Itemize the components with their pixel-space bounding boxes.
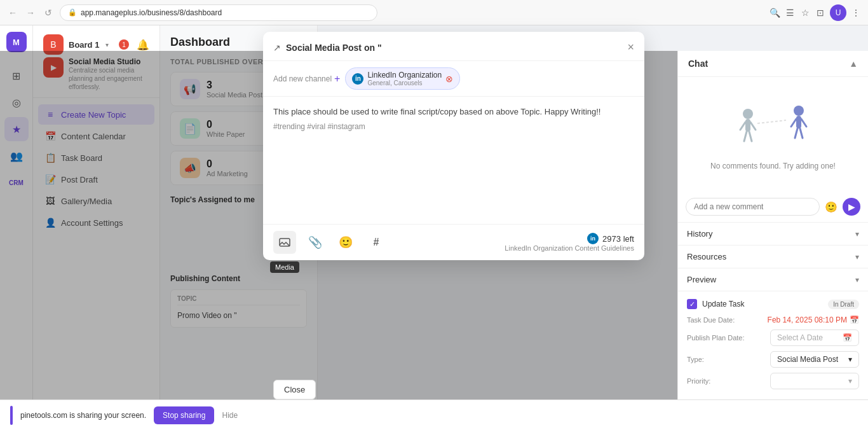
modal-footer: Media 📎 🙂 # in 2973 left LinkedIn Organi… (263, 224, 644, 260)
svg-line-13 (757, 120, 786, 123)
due-date-label: Task Due Date: (687, 316, 735, 324)
brand-icon[interactable]: M (6, 32, 27, 52)
app-layout: M ⊞ ◎ ★ 👥 CRM B Board 1 ▾ 1 🔔 ▶ Social M… (0, 25, 868, 430)
forward-button[interactable]: → (24, 6, 37, 19)
content-guidelines-label: LinkedIn Organization Content Guidelines (505, 244, 634, 252)
priority-chevron: ▾ (848, 377, 852, 385)
svg-point-7 (794, 106, 804, 116)
modal-header: ↗ Social Media Post on " × (263, 32, 644, 61)
task-status-badge: In Draft (828, 300, 859, 309)
menu-icon[interactable]: ⋮ (850, 7, 862, 18)
right-panel: Chat ▲ (677, 51, 868, 430)
media-tooltip: Media (270, 261, 299, 273)
task-checkbox[interactable]: ✓ (687, 299, 697, 309)
star-icon[interactable]: ☆ (799, 7, 811, 18)
priority-select[interactable]: ▾ (770, 373, 859, 389)
add-channel-button[interactable]: Add new channel + (273, 73, 340, 85)
notification-badge: 1 (119, 39, 129, 50)
calendar-icon-due[interactable]: 📅 (850, 316, 859, 324)
chat-empty-area: No comments found. Try adding one! (678, 77, 868, 191)
svg-line-9 (791, 119, 796, 127)
history-section: History ▾ (678, 223, 868, 246)
preview-section: Preview ▾ (678, 268, 868, 291)
browser-actions: 🔍 ☰ ☆ ⊡ U ⋮ (769, 4, 862, 21)
screen-sharing-banner: pinetools.com is sharing your screen. St… (10, 406, 858, 425)
resources-section: Resources ▾ (678, 246, 868, 268)
task-label: Update Task (702, 300, 823, 309)
comment-input-area: 🙂 ▶ (678, 191, 868, 223)
svg-line-12 (800, 128, 803, 138)
emoji-button[interactable]: 🙂 (334, 231, 357, 254)
zoom-icon[interactable]: 🔍 (769, 7, 780, 18)
preview-chevron: ▾ (855, 275, 859, 284)
priority-label: Priority: (687, 377, 710, 385)
comment-emoji-button[interactable]: 🙂 (825, 201, 837, 213)
channel-tag: in LinkedIn Organization General, Carous… (345, 67, 460, 90)
svg-line-3 (740, 122, 745, 130)
channel-remove-button[interactable]: ⊗ (445, 74, 453, 84)
board-name: Board 1 (69, 40, 99, 50)
task-area: ✓ Update Task In Draft Task Due Date: Fe… (678, 291, 868, 402)
type-label: Type: (687, 356, 704, 363)
browser-bar: ← → ↺ 🔒 app.manageplus.io/business/8/das… (0, 0, 868, 25)
extension-icon[interactable]: ⊡ (815, 7, 826, 18)
hashtag-button[interactable]: # (365, 231, 388, 254)
refresh-button[interactable]: ↺ (42, 6, 55, 19)
address-bar[interactable]: 🔒 app.manageplus.io/business/8/dashboard (60, 4, 377, 21)
preview-header[interactable]: Preview ▾ (678, 268, 868, 291)
publish-plan-date-selector[interactable]: Select A Date 📅 (770, 329, 859, 346)
svg-point-1 (743, 109, 753, 119)
history-chevron: ▾ (855, 230, 859, 239)
channel-tag-info: LinkedIn Organization General, Carousels (367, 71, 442, 87)
calendar-icon-publish: 📅 (843, 333, 852, 342)
board-chevron[interactable]: ▾ (105, 41, 109, 48)
svg-line-6 (749, 132, 752, 141)
svg-line-5 (744, 132, 747, 141)
bookmark-list-icon[interactable]: ☰ (784, 7, 796, 18)
preview-title: Preview (687, 275, 716, 284)
type-chevron: ▾ (848, 355, 852, 364)
svg-line-10 (801, 119, 806, 127)
comment-send-button[interactable]: ▶ (843, 198, 860, 216)
char-count: 2973 left (602, 234, 634, 244)
task-priority-field: Priority: ▾ (687, 373, 859, 389)
task-publish-plan-field: Publish Plan Date: Select A Date 📅 (687, 329, 859, 346)
back-button[interactable]: ← (6, 6, 19, 19)
chat-collapse-button[interactable]: ▲ (849, 59, 858, 69)
expand-icon[interactable]: ↗ (273, 43, 281, 53)
history-header[interactable]: History ▾ (678, 223, 868, 245)
add-channel-label: Add new channel (273, 74, 332, 83)
modal-content-area[interactable]: This place should be used to write final… (263, 97, 644, 224)
svg-line-11 (795, 128, 797, 138)
profile-icon[interactable]: U (830, 4, 846, 21)
notification-bell[interactable]: 🔔 (137, 39, 149, 51)
publish-plan-label: Publish Plan Date: (687, 334, 745, 342)
stop-sharing-button[interactable]: Stop sharing (154, 406, 214, 424)
resources-chevron: ▾ (855, 253, 859, 261)
chat-panel-header: Chat ▲ (678, 51, 868, 77)
bottom-action-bar: pinetools.com is sharing your screen. St… (0, 399, 868, 430)
modal-footer-icons: Media 📎 🙂 # (273, 231, 388, 254)
post-modal: ↗ Social Media Post on " × Add new chann… (263, 32, 644, 260)
modal-hashtags: #trending #viral #instagram (273, 122, 634, 131)
resources-header[interactable]: Resources ▾ (678, 246, 868, 268)
history-title: History (687, 229, 712, 239)
linkedin-icon: in (352, 73, 363, 85)
comment-input[interactable] (686, 198, 820, 216)
attachment-button[interactable]: 📎 (304, 231, 327, 254)
modal-channels: Add new channel + in LinkedIn Organizati… (263, 61, 644, 97)
task-due-date-field: Task Due Date: Feb 14, 2025 08:10 PM 📅 (687, 316, 859, 324)
modal-close-button[interactable]: × (627, 41, 634, 54)
due-date-value: Feb 14, 2025 08:10 PM 📅 (768, 316, 859, 324)
add-channel-plus-icon: + (334, 73, 340, 85)
hide-button[interactable]: Hide (222, 411, 238, 420)
task-row: ✓ Update Task In Draft (687, 299, 859, 309)
task-type-field: Type: Social Media Post ▾ (687, 351, 859, 368)
media-button[interactable]: Media (273, 231, 296, 254)
channel-name: LinkedIn Organization (367, 71, 442, 80)
linkedin-count-icon: in (587, 233, 599, 244)
channel-sub: General, Carousels (367, 80, 442, 87)
type-select[interactable]: Social Media Post ▾ (770, 351, 859, 368)
close-button[interactable]: Close (273, 380, 316, 399)
chat-illustration (722, 98, 824, 162)
